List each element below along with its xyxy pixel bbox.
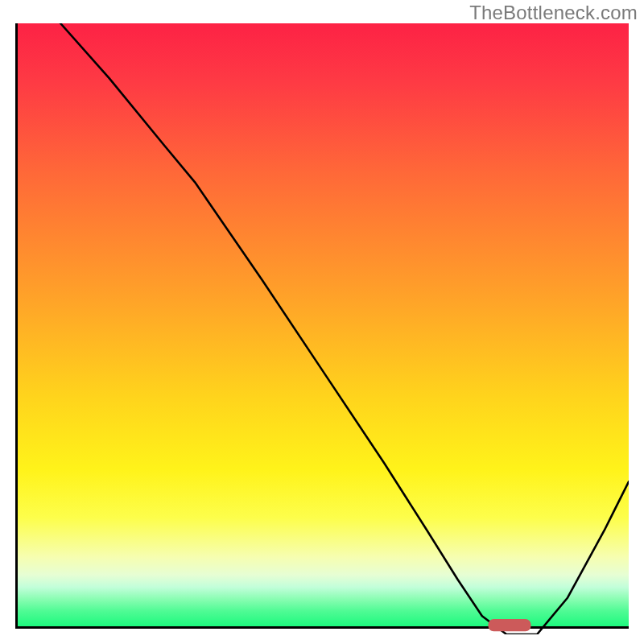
chart-container: TheBottleneck.com [0,0,644,644]
curve-svg [18,23,629,634]
bottleneck-curve-path [60,23,629,634]
optimum-marker [488,619,530,631]
watermark-text: TheBottleneck.com [469,2,638,24]
plot-area [15,23,629,629]
